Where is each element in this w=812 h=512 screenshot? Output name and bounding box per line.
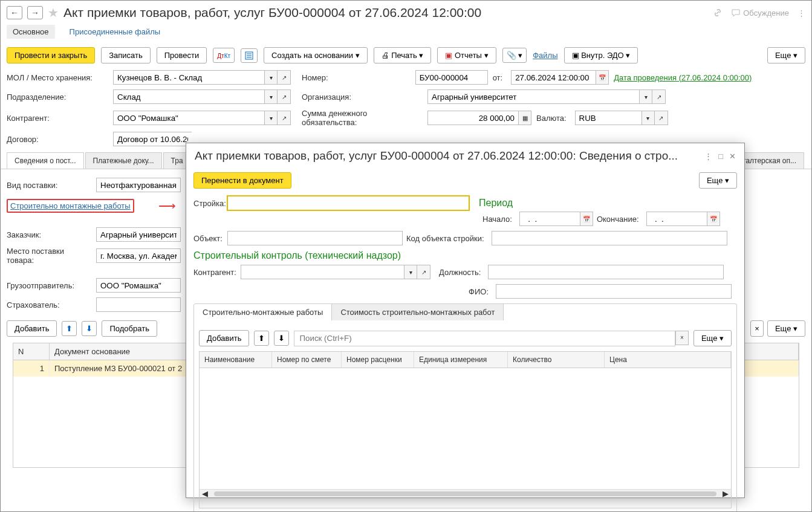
kod-label: Код объекта стройки: (406, 234, 488, 243)
stroika-label: Стройка: (193, 199, 224, 208)
gruz-label: Грузоотправитель: (7, 281, 91, 290)
grid-col-qty[interactable]: Количество (508, 352, 605, 368)
search-input[interactable] (294, 331, 675, 346)
favorite-star-icon[interactable]: ★ (48, 5, 59, 20)
modal-title: Акт приемки товаров, работ, услуг БУ00-0… (195, 149, 698, 163)
dropdown-btn[interactable]: ▾ (264, 70, 278, 85)
sum-input[interactable] (427, 111, 518, 125)
val-label: Валюта: (536, 114, 570, 123)
calc-btn[interactable]: ▦ (518, 111, 531, 125)
save-button[interactable]: Записать (101, 47, 151, 63)
clear-search-button[interactable]: × (675, 331, 689, 345)
tab-platezh[interactable]: Платежные доку... (85, 152, 162, 169)
clear-button[interactable]: × (750, 320, 764, 337)
calendar-btn[interactable]: 📅 (596, 70, 609, 85)
reports-button[interactable]: ▣ Отчеты ▾ (437, 47, 496, 63)
gruz-input[interactable] (96, 278, 181, 293)
podr-input[interactable] (113, 89, 264, 104)
close-icon[interactable]: ✕ (729, 152, 736, 161)
files-link[interactable]: Файлы (533, 51, 557, 60)
move-up-button[interactable]: ⬆ (62, 321, 77, 336)
org-label: Организация: (302, 92, 423, 102)
create-based-button[interactable]: Создать на основании ▾ (264, 47, 368, 63)
modal-add-button[interactable]: Добавить (199, 330, 249, 346)
link-icon[interactable] (713, 8, 723, 18)
grid-col-name[interactable]: Наименование (200, 352, 272, 368)
transfer-button[interactable]: Перенести в документ (193, 172, 291, 189)
val-input[interactable] (575, 111, 641, 125)
edo-button[interactable]: ▣ Внутр. ЭДО ▾ (564, 47, 638, 63)
kontr-label: Контрагент: (7, 114, 108, 123)
col-n[interactable]: N (13, 343, 50, 360)
grid-col-smeta[interactable]: Номер по смете (272, 352, 342, 368)
nav-back[interactable]: ← (7, 6, 22, 19)
scroll-right-icon[interactable]: ▶ (723, 489, 729, 498)
modal-more-button[interactable]: Еще ▾ (699, 172, 737, 189)
maximize-icon[interactable]: □ (718, 152, 723, 161)
strah-input[interactable] (96, 297, 181, 312)
nachalo-label: Начало: (482, 215, 516, 224)
calendar-icon[interactable]: 📅 (707, 212, 720, 226)
page-title: Акт приемки товаров, работ, услуг БУ00-0… (63, 5, 481, 20)
nomer-label: Номер: (302, 73, 332, 82)
move-up-button[interactable]: ⬆ (254, 331, 269, 346)
grid-col-unit[interactable]: Единица измерения (414, 352, 508, 368)
list-icon-button[interactable] (241, 48, 258, 63)
grid-body[interactable] (200, 368, 731, 489)
nav-fwd[interactable]: → (27, 6, 43, 19)
grid-more-button[interactable]: Еще ▾ (693, 330, 732, 346)
subtab-files[interactable]: Присоединенные файлы (63, 25, 167, 39)
nomer-input[interactable] (415, 70, 488, 85)
modal-kontr-input[interactable] (241, 265, 404, 279)
obj-input[interactable] (227, 231, 403, 245)
kebab-icon[interactable]: ⋮ (704, 152, 712, 161)
modal-tab-cost[interactable]: Стоимость строительно-монтажных работ (332, 304, 504, 320)
attach-button[interactable]: 📎 ▾ (502, 48, 527, 63)
post-button[interactable]: Провести (157, 47, 207, 63)
smr-link[interactable]: Строительно монтажные работы (7, 199, 134, 213)
mesto-label: Место поставки товара: (7, 247, 91, 265)
move-down-button[interactable]: ⬇ (82, 321, 97, 336)
mesto-input[interactable] (96, 248, 181, 263)
date-provedenie-link[interactable]: Дата проведения (27.06.2024 0:00:00) (614, 73, 752, 82)
podr-label: Подразделение: (7, 92, 108, 102)
mol-input[interactable] (113, 70, 264, 85)
tab-svedenia[interactable]: Сведения о пост... (7, 152, 84, 169)
more-rows-button[interactable]: Еще ▾ (767, 320, 805, 337)
grid-col-price[interactable]: Цена (605, 352, 731, 368)
org-input[interactable] (427, 89, 639, 104)
scroll-thumb[interactable] (214, 491, 716, 496)
dog-input[interactable] (113, 132, 192, 146)
post-close-button[interactable]: Провести и закрыть (7, 47, 95, 63)
grid-col-rascenka[interactable]: Номер расценки (342, 352, 414, 368)
more-button[interactable]: Еще ▾ (767, 47, 805, 63)
horizontal-scrollbar[interactable]: ◀ ▶ (200, 489, 731, 497)
vid-input[interactable] (96, 178, 181, 192)
kebab-icon[interactable]: ⋮ (797, 8, 805, 18)
zak-input[interactable] (96, 227, 181, 242)
open-btn[interactable]: ↗ (278, 70, 291, 85)
discussion-link[interactable]: Обсуждение (731, 8, 789, 18)
stroika-input[interactable] (227, 196, 469, 210)
nachalo-input[interactable] (519, 212, 580, 226)
select-button[interactable]: Подобрать (102, 320, 157, 337)
calendar-icon[interactable]: 📅 (580, 212, 593, 226)
okonch-input[interactable] (646, 212, 707, 226)
kod-input[interactable] (492, 231, 727, 245)
dolzh-input[interactable] (488, 265, 724, 279)
smr-modal: Акт приемки товаров, работ, услуг БУ00-0… (186, 143, 745, 498)
strah-label: Страхователь: (7, 300, 91, 309)
subtab-main[interactable]: Основное (7, 25, 55, 39)
date-input[interactable] (511, 70, 596, 85)
add-row-button[interactable]: Добавить (7, 320, 57, 337)
move-down-button[interactable]: ⬇ (274, 331, 289, 346)
zak-label: Заказчик: (7, 230, 91, 239)
dog-label: Договор: (7, 135, 108, 144)
kontr-input[interactable] (113, 111, 264, 125)
dtkt-button[interactable]: ДтКт (213, 48, 235, 63)
modal-tab-smr[interactable]: Строительно-монтажные работы (194, 304, 332, 320)
print-button[interactable]: 🖨 Печать ▾ (374, 47, 432, 63)
fio-input[interactable] (496, 284, 732, 299)
period-header: Период (479, 198, 513, 209)
scroll-left-icon[interactable]: ◀ (202, 489, 208, 498)
